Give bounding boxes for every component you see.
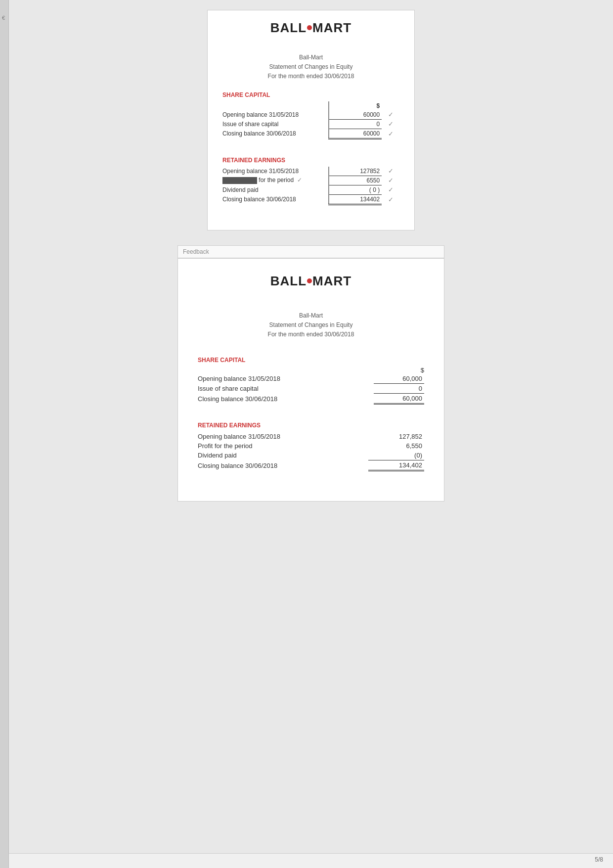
model-re-opening-value: 127,852: [368, 432, 424, 441]
re-dividend-label: Dividend paid: [222, 185, 329, 194]
model-statement-title: Statement of Changes in Equity: [198, 320, 424, 330]
statement-title: Statement of Changes in Equity: [222, 62, 399, 72]
model-currency-header: $: [374, 366, 424, 374]
model-sc-closing-label: Closing balance 30/06/2018: [198, 394, 374, 404]
table-row: Opening balance 31/05/2018 60000 ✓: [222, 110, 399, 120]
table-row: Issue of share capital 0: [198, 384, 424, 394]
model-sc-issue-label: Issue of share capital: [198, 384, 374, 394]
profit-check-inline: ✓: [297, 177, 302, 183]
report-period: For the month ended 30/06/2018: [222, 72, 399, 81]
main-area: BALLMART Ball-Mart Statement of Changes …: [9, 0, 613, 506]
model-label-col: [198, 366, 374, 374]
logo-part1: BALL: [270, 20, 306, 35]
re-opening-label: Opening balance 31/05/2018: [222, 167, 329, 176]
page-number: 5/8: [595, 856, 603, 863]
model-company-name: Ball-Mart: [198, 311, 424, 320]
table-row: Closing balance 30/06/2018 134402 ✓: [222, 194, 399, 204]
model-re-profit-label: Profit for the period: [198, 441, 368, 451]
re-closing-check: ✓: [382, 194, 399, 204]
masked-label: [222, 177, 257, 184]
model-re-dividend-label: Dividend paid: [198, 451, 368, 460]
table-row: Dividend paid ( 0 ) ✓: [222, 185, 399, 194]
label-col-header: [222, 101, 329, 110]
model-re-closing-label: Closing balance 30/06/2018: [198, 460, 368, 471]
sc-issue-check: ✓: [382, 119, 399, 129]
re-dividend-check: ✓: [382, 185, 399, 194]
check-col-header: [382, 101, 399, 110]
table-row: Opening balance 31/05/2018 60,000: [198, 374, 424, 384]
model-share-capital-table: $ Opening balance 31/05/2018 60,000 Issu…: [198, 366, 424, 405]
table-row: Opening balance 31/05/2018 127,852: [198, 432, 424, 441]
model-logo-dot: [307, 278, 312, 283]
retained-earnings-heading: RETAINED EARNINGS: [222, 157, 399, 164]
report-header: Ball-Mart Statement of Changes in Equity…: [222, 53, 399, 82]
feedback-bar[interactable]: Feedback: [177, 245, 444, 258]
re-closing-value: 134402: [329, 194, 382, 204]
model-sc-closing-value: 60,000: [374, 394, 424, 404]
currency-header: $: [329, 101, 382, 110]
logo-part2: MART: [312, 20, 351, 35]
sc-opening-value: 60000: [329, 110, 382, 120]
left-tab: €: [0, 0, 9, 868]
share-capital-table: $ Opening balance 31/05/2018 60000 ✓ Iss…: [222, 101, 399, 139]
model-sc-opening-value: 60,000: [374, 374, 424, 384]
sc-issue-value: 0: [329, 119, 382, 129]
table-row: Closing balance 30/06/2018 134,402: [198, 460, 424, 471]
sc-closing-value: 60000: [329, 129, 382, 138]
model-logo-part1: BALL: [270, 274, 306, 288]
sc-closing-label: Closing balance 30/06/2018: [222, 129, 329, 138]
feedback-label: Feedback: [183, 248, 209, 255]
for-the-period-text: for the period: [259, 177, 294, 183]
table-row: Opening balance 31/05/2018 127852 ✓: [222, 167, 399, 176]
bottom-bar: 5/8: [9, 853, 613, 868]
table-row: for the period ✓ 6550 ✓: [222, 176, 399, 185]
sc-opening-label: Opening balance 31/05/2018: [222, 110, 329, 120]
re-opening-check: ✓: [382, 167, 399, 176]
model-re-opening-label: Opening balance 31/05/2018: [198, 432, 368, 441]
retained-earnings-table: Opening balance 31/05/2018 127852 ✓ for …: [222, 167, 399, 205]
re-profit-value: 6550: [329, 176, 382, 185]
table-row: Dividend paid (0): [198, 451, 424, 460]
sc-issue-label: Issue of share capital: [222, 119, 329, 129]
re-closing-label: Closing balance 30/06/2018: [222, 194, 329, 204]
re-dividend-value: ( 0 ): [329, 185, 382, 194]
re-profit-label: for the period ✓: [222, 176, 329, 185]
model-answer-panel: BALLMART Ball-Mart Statement of Changes …: [177, 258, 444, 502]
model-retained-earnings-heading: RETAINED EARNINGS: [198, 422, 424, 429]
model-share-capital-heading: SHARE CAPITAL: [198, 357, 424, 364]
model-report-period: For the month ended 30/06/2018: [198, 330, 424, 339]
sc-opening-check: ✓: [382, 110, 399, 120]
table-row: Closing balance 30/06/2018 60000 ✓: [222, 129, 399, 138]
table-row: Closing balance 30/06/2018 60,000: [198, 394, 424, 404]
student-answer-panel: BALLMART Ball-Mart Statement of Changes …: [207, 10, 415, 230]
re-opening-value: 127852: [329, 167, 382, 176]
model-re-closing-value: 134,402: [368, 460, 424, 471]
table-row: Profit for the period 6,550: [198, 441, 424, 451]
sc-closing-check: ✓: [382, 129, 399, 138]
model-report-header: Ball-Mart Statement of Changes in Equity…: [198, 311, 424, 340]
table-row: Issue of share capital 0 ✓: [222, 119, 399, 129]
model-re-dividend-value: (0): [368, 451, 424, 460]
tab-letter: €: [2, 15, 5, 21]
model-logo-part2: MART: [312, 274, 351, 288]
model-company-logo: BALLMART: [198, 274, 424, 289]
model-sc-opening-label: Opening balance 31/05/2018: [198, 374, 374, 384]
logo-dot: [307, 25, 312, 30]
share-capital-heading: SHARE CAPITAL: [222, 91, 399, 98]
company-name: Ball-Mart: [222, 53, 399, 62]
model-retained-earnings-table: Opening balance 31/05/2018 127,852 Profi…: [198, 432, 424, 471]
model-sc-issue-value: 0: [374, 384, 424, 394]
model-re-profit-value: 6,550: [368, 441, 424, 451]
company-logo: BALLMART: [222, 20, 399, 36]
re-profit-check: ✓: [382, 176, 399, 185]
